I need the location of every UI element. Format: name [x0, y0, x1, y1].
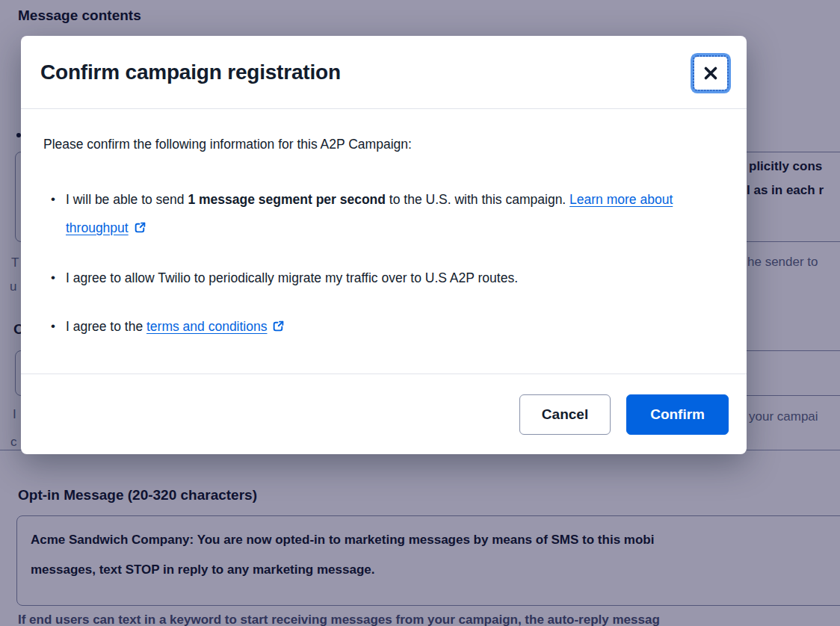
close-button[interactable]: [694, 57, 727, 90]
list-item-throughput: I will be able to send 1 message segment…: [66, 185, 694, 244]
dialog-intro-text: Please confirm the following information…: [43, 134, 724, 154]
dialog-header: Confirm campaign registration: [21, 36, 747, 109]
list-item-text: I will be able to send: [66, 192, 188, 207]
list-item-migration: I agree to allow Twilio to periodically …: [66, 264, 694, 292]
confirm-button[interactable]: Confirm: [626, 394, 729, 435]
list-item-text: I agree to the: [66, 319, 146, 334]
list-item-terms: I agree to the terms and conditions: [66, 312, 694, 342]
external-link-icon: [272, 314, 285, 342]
cancel-button[interactable]: Cancel: [519, 394, 611, 435]
close-icon: [701, 63, 720, 83]
list-item-text: to the U.S. with this campaign.: [386, 192, 569, 207]
dialog-title: Confirm campaign registration: [40, 61, 341, 84]
external-link-icon: [134, 215, 146, 244]
screen: Message contents plicitly cons l as in e…: [0, 0, 840, 626]
confirm-campaign-registration-dialog: Confirm campaign registration Please con…: [21, 36, 747, 454]
terms-and-conditions-link[interactable]: terms and conditions: [146, 319, 267, 334]
confirmation-list: I will be able to send 1 message segment…: [43, 185, 724, 342]
dialog-footer: Cancel Confirm: [21, 374, 747, 454]
throughput-bold-text: 1 message segment per second: [188, 192, 386, 207]
dialog-body: Please confirm the following information…: [21, 109, 747, 342]
list-item-text: I agree to allow Twilio to periodically …: [66, 270, 518, 285]
